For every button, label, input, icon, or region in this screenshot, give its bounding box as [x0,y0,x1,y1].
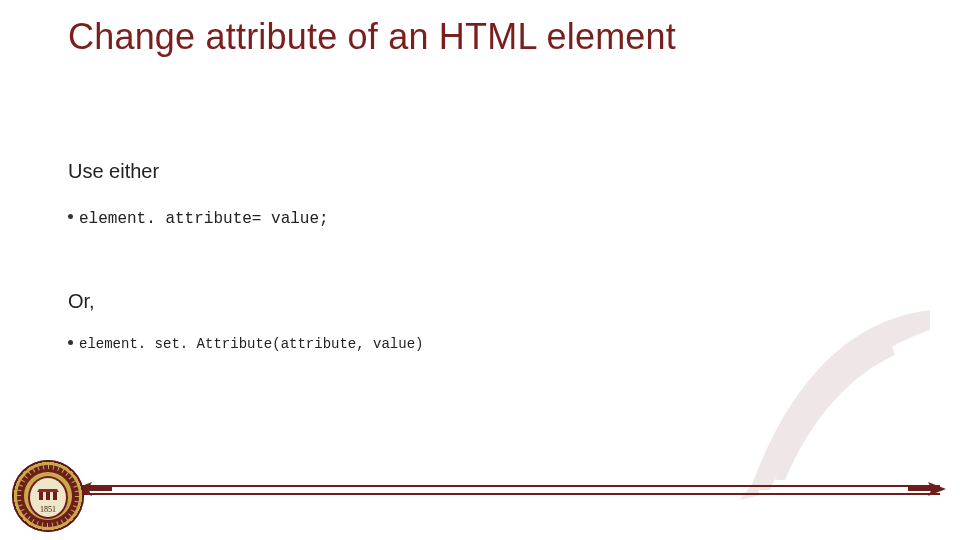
divider-rule [78,485,940,495]
university-seal-icon: 1851 [12,460,84,532]
code-line-1: element. attribute= value; [68,210,329,228]
svg-rect-4 [39,492,43,500]
or-text: Or, [68,290,95,313]
code-text-1: element. attribute= value; [79,210,329,228]
spear-right-icon [908,482,946,496]
feather-watermark-icon [730,300,950,500]
intro-text: Use either [68,160,159,183]
code-text-2: element. set. Attribute(attribute, value… [79,336,423,352]
code-line-2: element. set. Attribute(attribute, value… [68,336,423,352]
bullet-icon [68,340,73,345]
seal-year: 1851 [40,505,56,514]
slide-title: Change attribute of an HTML element [68,16,676,58]
svg-rect-3 [908,487,932,491]
svg-rect-6 [53,492,57,500]
slide: Change attribute of an HTML element Use … [0,0,960,540]
bullet-icon [68,214,73,219]
